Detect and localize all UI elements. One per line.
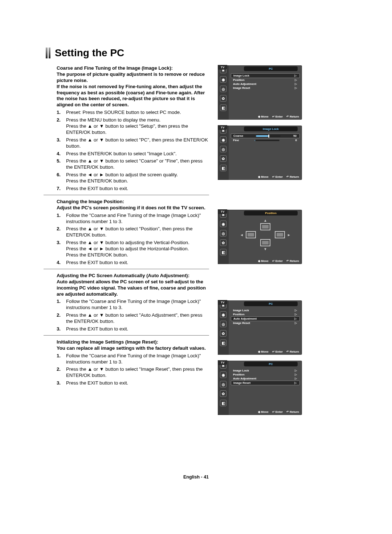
- input-icon: ◧: [220, 104, 226, 111]
- auto-adj-intro: Adjusting the PC Screen Automatically (A…: [57, 273, 209, 297]
- divider: [44, 195, 209, 195]
- return-hint: ↶Return: [286, 115, 299, 118]
- osd-pc-menu-image-reset: TV ◙◉◎✿◧ PC Image Lock▷ Position▷ Auto A…: [218, 361, 302, 415]
- osd-sidebar-icons: ◙◉◎✿◧: [218, 300, 229, 355]
- osd-image-lock-sliders: TV ◙◉◎✿◧ Image Lock Coarse 50 Fine 0: [218, 126, 302, 180]
- menu-item-image-reset: Image Reset▷: [231, 381, 300, 385]
- divider: [44, 269, 209, 269]
- image-reset-intro: Initializing the Image Settings (Image R…: [57, 339, 209, 352]
- osd-sidebar-icons: ◙◉◎✿◧: [218, 126, 229, 180]
- position-intro: Changing the Image Position: Adjust the …: [57, 199, 209, 211]
- osd-sidebar-icons: ◙◉◎✿◧: [218, 210, 229, 264]
- page-footer: English - 41: [0, 475, 392, 480]
- osd-title: Image Lock: [244, 127, 298, 131]
- osd-position: TV ◙◉◎✿◧ Position ▲ ◄ ►: [218, 210, 302, 264]
- divider: [44, 335, 209, 336]
- channel-icon: ◎: [220, 86, 226, 92]
- menu-item-image-reset: Image Reset▷: [231, 86, 300, 90]
- osd-sidebar-icons: ◙◉◎✿◧: [218, 361, 229, 415]
- menu-item-auto-adjustment: Auto Adjustment▷: [231, 82, 300, 86]
- osd-sidebar-icons: ◙ ◉ ◎ ✿ ◧: [218, 65, 229, 120]
- arrow-right-icon: ►: [287, 233, 291, 237]
- osd-title: PC: [244, 362, 298, 366]
- arrow-left-icon: ◄: [240, 233, 244, 237]
- enter-hint: ↵Enter: [272, 115, 283, 118]
- menu-item-position: Position▷: [231, 78, 300, 82]
- position-steps: Follow the "Coarse and Fine Tuning of th…: [57, 213, 209, 266]
- arrow-up-icon: ▲: [264, 218, 267, 222]
- image-reset-steps: Follow the "Coarse and Fine Tuning of th…: [57, 353, 209, 386]
- sound-icon: ◉: [220, 76, 226, 83]
- arrow-down-icon: ▼: [264, 247, 267, 251]
- osd-pc-menu-auto-adjustment: TV ◙◉◎✿◧ PC Image Lock▷ Position▷ Auto A…: [218, 300, 302, 355]
- menu-item-image-lock: Image Lock▷: [231, 73, 300, 78]
- menu-item-auto-adjustment: Auto Adjustment▷: [231, 316, 300, 321]
- osd-pc-menu-image-lock: TV ◙ ◉ ◎ ✿ ◧ PC Image Lock▷ Position▷ Au…: [218, 65, 302, 120]
- title-bars-icon: [46, 48, 50, 58]
- osd-title: Position: [244, 211, 298, 215]
- osd-title: PC: [244, 66, 298, 71]
- move-hint: ◆Move: [258, 115, 268, 118]
- image-lock-steps: Preset: Press the SOURCE button to selec…: [57, 110, 209, 192]
- slider-fine: Fine 0: [231, 138, 300, 142]
- page-title: Setting the PC: [55, 47, 124, 59]
- settings-icon: ✿: [220, 95, 226, 102]
- position-diagram: ▲ ◄ ► ▼: [231, 218, 300, 251]
- image-lock-intro: Coarse and Fine Tuning of the Image (Ima…: [57, 65, 209, 108]
- auto-adj-steps: Follow the "Coarse and Fine Tuning of th…: [57, 299, 209, 332]
- page-title-wrap: Setting the PC: [46, 47, 363, 59]
- slider-coarse: Coarse 50: [231, 134, 300, 138]
- osd-title: PC: [244, 301, 298, 306]
